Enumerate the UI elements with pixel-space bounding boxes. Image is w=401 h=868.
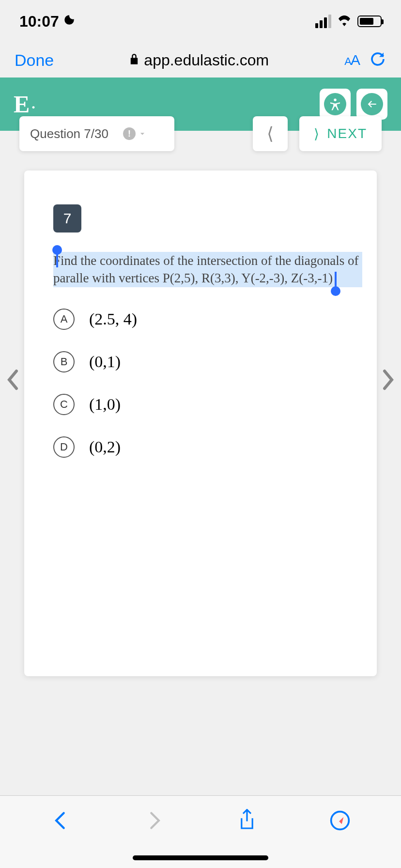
next-question-button[interactable]: ⟩ NEXT [299, 116, 382, 151]
dnd-moon-icon [63, 14, 76, 30]
battery-icon [357, 16, 382, 27]
selection-handle-start[interactable] [52, 245, 62, 255]
status-bar: 10:07 [0, 0, 401, 43]
status-left: 10:07 [19, 13, 76, 31]
card-next-arrow[interactable] [379, 368, 396, 397]
question-text[interactable]: Find the coordinates of the intersection… [53, 252, 362, 287]
url-area[interactable]: app.edulastic.com [63, 51, 335, 69]
answer-option-b[interactable]: B (0,1) [53, 351, 362, 372]
accessibility-button[interactable] [320, 89, 351, 120]
text-size-button[interactable]: AA [344, 52, 359, 68]
status-time: 10:07 [19, 13, 59, 31]
lock-icon [129, 53, 139, 67]
answer-text: (0,1) [89, 353, 121, 371]
question-dropdown-toggle: ! [123, 127, 147, 140]
prev-question-button[interactable]: ⟨ [253, 116, 288, 151]
back-arrow-icon [361, 93, 383, 115]
safari-toolbar [0, 795, 401, 868]
answer-letter: A [53, 309, 75, 330]
answer-option-c[interactable]: C (1,0) [53, 394, 362, 415]
question-selector[interactable]: Question 7/30 ! [19, 116, 174, 151]
answer-letter: B [53, 351, 75, 372]
selection-handle-end[interactable] [331, 286, 340, 296]
question-nav-row: Question 7/30 ! ⟨ ⟩ NEXT [0, 116, 401, 151]
toolbar-forward-button [142, 808, 166, 833]
answer-list: A (2.5, 4) B (0,1) C (1,0) D (0,2) [53, 309, 362, 458]
next-label: NEXT [327, 126, 367, 141]
url-text: app.edulastic.com [144, 51, 269, 69]
toolbar-share-button[interactable] [235, 808, 259, 833]
toolbar-back-button[interactable] [49, 808, 73, 833]
done-button[interactable]: Done [15, 51, 54, 70]
accessibility-icon [324, 93, 346, 115]
question-number-badge: 7 [53, 204, 81, 232]
svg-point-0 [334, 99, 337, 102]
reload-icon[interactable] [369, 50, 386, 70]
question-counter-label: Question 7/30 [30, 126, 108, 141]
back-button[interactable] [356, 89, 387, 120]
answer-letter: C [53, 394, 75, 415]
answer-option-d[interactable]: D (0,2) [53, 436, 362, 458]
home-indicator[interactable] [133, 855, 268, 860]
toolbar-safari-button[interactable] [328, 808, 352, 833]
answer-letter: D [53, 436, 75, 458]
chevron-right-icon: ⟩ [314, 126, 320, 142]
card-prev-arrow[interactable] [5, 368, 22, 397]
cellular-signal-icon [315, 15, 331, 28]
info-icon: ! [123, 127, 136, 140]
answer-text: (1,0) [89, 395, 121, 414]
question-card: 7 Find the coordinates of the intersecti… [24, 170, 377, 676]
answer-text: (2.5, 4) [89, 310, 137, 328]
edulastic-logo[interactable]: E· [14, 90, 37, 118]
answer-option-a[interactable]: A (2.5, 4) [53, 309, 362, 330]
browser-address-bar: Done app.edulastic.com AA [0, 43, 401, 78]
status-right [315, 15, 382, 28]
chevron-down-icon [138, 129, 147, 139]
chevron-left-icon: ⟨ [267, 124, 274, 144]
wifi-icon [336, 15, 353, 28]
answer-text: (0,2) [89, 438, 121, 456]
